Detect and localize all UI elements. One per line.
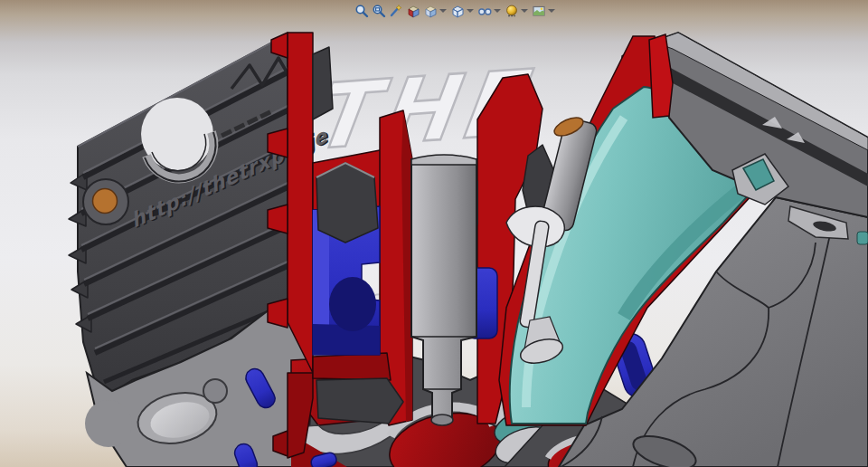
apply-scene-icon[interactable] [531, 3, 547, 19]
apply-scene-dropdown[interactable] [548, 9, 555, 13]
display-style-dropdown[interactable] [467, 9, 474, 13]
section-view-icon[interactable] [405, 3, 421, 19]
edit-appearance-icon[interactable] [504, 3, 520, 19]
display-style-icon[interactable] [449, 3, 466, 19]
heads-up-view-toolbar [354, 2, 557, 20]
view-orientation-dropdown[interactable] [439, 9, 447, 13]
view-orientation-icon[interactable] [422, 3, 439, 19]
zoom-to-fit-icon[interactable] [354, 3, 370, 19]
cad-viewport[interactable]: THE TR [0, 0, 868, 467]
hide-show-items-icon[interactable] [476, 3, 493, 19]
dowel-bushing-left [83, 179, 128, 224]
model-canvas[interactable]: THE TR [0, 0, 868, 467]
previous-view-icon[interactable] [388, 3, 404, 19]
edit-appearance-dropdown[interactable] [521, 9, 528, 13]
hide-show-items-dropdown[interactable] [494, 9, 501, 13]
zoom-to-area-icon[interactable] [371, 3, 387, 19]
deck-hole [203, 379, 227, 403]
fin-notch [141, 98, 215, 181]
